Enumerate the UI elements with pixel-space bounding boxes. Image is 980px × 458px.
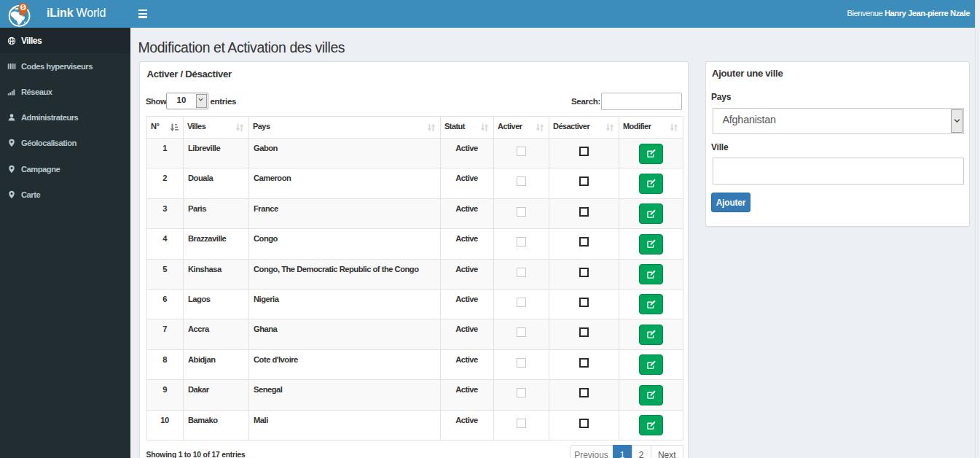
svg-text:$: $ bbox=[22, 4, 25, 10]
